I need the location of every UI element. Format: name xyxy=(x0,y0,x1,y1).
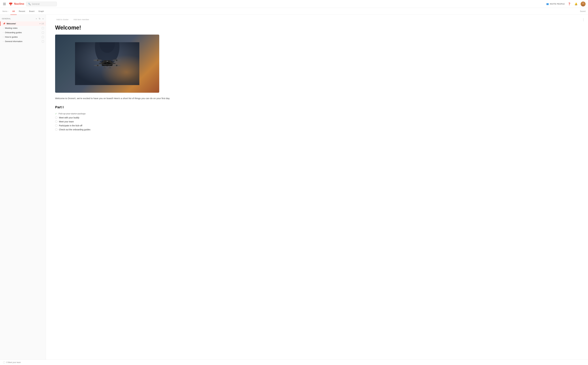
checklist-item-5-label: Check out the onboarding guides xyxy=(59,128,90,131)
main-layout: GENERAL + ↻ « 📌 Welcome! ✏ 1/5 › Meeting… xyxy=(0,15,588,365)
saved-status: Saved xyxy=(580,10,586,12)
sidebar-item-howto-left: › How-to guides xyxy=(3,36,42,38)
checklist-item-4[interactable]: Participate in the kick-off xyxy=(55,124,175,128)
sidebar-item-general-left: › General information xyxy=(3,40,42,42)
sidebar-item-welcome-meta: ✏ 1/5 xyxy=(39,23,44,25)
sidebar-item-onboarding-label: Onboarding guides xyxy=(5,31,22,34)
content-hero-image: DJI xyxy=(55,35,159,93)
sidebar-item-welcome[interactable]: 📌 Welcome! ✏ 1/5 xyxy=(0,21,46,26)
notifications-button[interactable]: 🔔 xyxy=(574,2,578,6)
drone-svg: DJI xyxy=(75,42,139,85)
logo[interactable]: Nuclino xyxy=(8,1,24,7)
checklist-item-5[interactable]: Check out the onboarding guides xyxy=(55,128,175,132)
chevron-right-icon-3: › xyxy=(3,36,3,38)
sidebar-item-meeting-notes[interactable]: › Meeting notes xyxy=(0,26,46,30)
avatar-image xyxy=(581,1,586,7)
sidebar-section-title: GENERAL xyxy=(2,18,11,20)
sidebar-item-general-right xyxy=(42,40,44,42)
checklist-item-2-label: Meet with your buddy xyxy=(59,116,79,119)
help-button[interactable]: ❓ xyxy=(567,2,572,6)
navbar-right: 👥 INVITE PEOPLE ❓ 🔔 xyxy=(546,1,586,7)
pin-icon: 📌 xyxy=(3,22,5,25)
sidebar-item-meeting-notes-left: › Meeting notes xyxy=(3,27,42,29)
bottom-bar: 0 Meet your team xyxy=(0,359,588,365)
progress-label: 0 Meet your team xyxy=(7,361,21,364)
svg-text:DJI: DJI xyxy=(106,63,107,63)
tab-all[interactable]: All xyxy=(10,9,17,13)
checklist-item-1: ✓ Pick up your starter package xyxy=(55,112,175,116)
general-checkbox[interactable] xyxy=(42,40,44,42)
invite-people-button[interactable]: 👥 INVITE PEOPLE xyxy=(546,3,565,5)
sidebar-item-howto-label: How-to guides xyxy=(5,36,18,38)
tab-list: All Recent Board Graph xyxy=(10,9,46,13)
sidebar-item-onboarding-right xyxy=(42,32,44,34)
sidebar-item-onboarding-left: › Onboarding guides xyxy=(3,31,42,34)
checklist: ✓ Pick up your starter package Meet with… xyxy=(55,112,175,132)
tab-graph[interactable]: Graph xyxy=(36,9,46,13)
checkmark-done-icon: ✓ xyxy=(55,112,57,115)
sidebar-add-button[interactable]: + xyxy=(35,17,37,20)
page-title: Welcome! xyxy=(55,24,175,31)
hamburger-menu-icon[interactable] xyxy=(2,2,7,6)
onboarding-checkbox[interactable] xyxy=(42,32,44,34)
sidebar-refresh-button[interactable]: ↻ xyxy=(38,17,41,20)
svg-point-2 xyxy=(10,5,11,6)
subnav: Items › All Recent Board Graph Saved xyxy=(0,8,588,15)
part1-heading: Part I xyxy=(55,105,175,109)
howto-checkbox[interactable] xyxy=(42,36,44,38)
sidebar-item-meeting-notes-right xyxy=(42,27,44,29)
content: Add to cluster Add item member Welcome! xyxy=(46,15,184,143)
bell-icon: 🔔 xyxy=(574,2,578,5)
add-to-cluster-button[interactable]: Add to cluster xyxy=(55,18,70,21)
checklist-item-2[interactable]: Meet with your buddy xyxy=(55,116,175,120)
more-options-button[interactable]: ⋮ xyxy=(582,18,585,21)
checklist-item-4-label: Participate in the kick-off xyxy=(59,124,82,127)
breadcrumb-separator: › xyxy=(8,10,8,12)
check-circle-4[interactable] xyxy=(55,124,57,127)
meeting-notes-checkbox[interactable] xyxy=(42,27,44,29)
user-avatar[interactable] xyxy=(581,1,586,7)
svg-point-29 xyxy=(116,65,117,66)
check-circle-3[interactable] xyxy=(55,120,57,123)
sidebar-item-general-information[interactable]: › General information xyxy=(0,39,46,44)
search-input[interactable] xyxy=(32,3,55,5)
chevron-right-icon: › xyxy=(3,27,3,29)
sidebar-section-header: GENERAL + ↻ « xyxy=(0,16,46,21)
progress-item: 0 Meet your team xyxy=(3,361,21,364)
chevron-right-icon-2: › xyxy=(3,32,3,33)
sidebar-section-actions: + ↻ « xyxy=(35,17,44,20)
chevron-right-icon-4: › xyxy=(3,41,3,42)
breadcrumb-items[interactable]: Items xyxy=(2,10,7,12)
checklist-item-1-label: Pick up your starter package xyxy=(58,112,86,115)
svg-point-5 xyxy=(582,2,584,4)
sidebar-collapse-button[interactable]: « xyxy=(42,17,44,20)
svg-point-35 xyxy=(107,61,108,62)
navbar-left: Nuclino 🔍 xyxy=(2,1,546,7)
invite-icon: 👥 xyxy=(546,3,549,5)
sidebar-item-onboarding-guides[interactable]: › Onboarding guides xyxy=(0,30,46,35)
sidebar-item-welcome-left: 📌 Welcome! xyxy=(3,22,39,25)
check-circle-2[interactable] xyxy=(55,116,57,119)
logo-text: Nuclino xyxy=(14,2,24,6)
checklist-item-3[interactable]: Meet your team xyxy=(55,120,175,124)
tab-recent[interactable]: Recent xyxy=(17,9,27,13)
search-icon: 🔍 xyxy=(28,3,31,5)
drone-container: DJI xyxy=(55,35,159,93)
sidebar-item-general-label: General information xyxy=(5,40,22,42)
sidebar-item-welcome-label: Welcome! xyxy=(7,22,16,25)
content-area: Add to cluster Add item member Welcome! xyxy=(46,15,588,365)
sidebar: GENERAL + ↻ « 📌 Welcome! ✏ 1/5 › Meeting… xyxy=(0,15,46,365)
check-circle-5[interactable] xyxy=(55,128,57,131)
progress-circle xyxy=(3,361,5,364)
search-bar[interactable]: 🔍 xyxy=(26,2,57,6)
content-intro-text: Welcome to DroneX, we're excited to have… xyxy=(55,96,175,100)
nuclino-logo-icon xyxy=(8,1,13,7)
add-item-member-button[interactable]: Add item member xyxy=(72,18,91,21)
svg-point-17 xyxy=(107,64,107,65)
sidebar-item-welcome-right: ✏ 1/5 xyxy=(39,23,44,25)
sidebar-item-howto-right xyxy=(42,36,44,38)
subnav-left: Items › All Recent Board Graph xyxy=(2,9,580,13)
sidebar-item-how-to-guides[interactable]: › How-to guides xyxy=(0,35,46,39)
tab-board[interactable]: Board xyxy=(27,9,36,13)
sidebar-item-meeting-notes-label: Meeting notes xyxy=(5,27,17,29)
